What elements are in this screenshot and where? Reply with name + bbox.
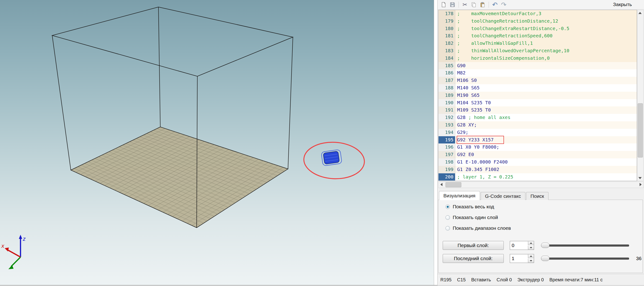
spinner-up-icon[interactable] <box>528 241 534 245</box>
status-bar: R195C15ВставитьСлой 0Экструдер 0Время пе… <box>438 274 644 285</box>
last-layer-button[interactable]: Последний слой: <box>443 254 504 263</box>
code-line-200[interactable]: 200; layer 1, Z = 0.225 <box>438 173 637 181</box>
line-number: 190 <box>438 99 455 107</box>
close-button[interactable]: Закрыть <box>612 1 633 8</box>
code-line-198[interactable]: 198G1 E-10.0000 F2400 <box>438 158 637 166</box>
code-line-188[interactable]: 188M140 S65 <box>438 84 637 92</box>
layer-slider[interactable] <box>541 254 629 263</box>
layer-value: 0 <box>512 241 514 249</box>
code-line-182[interactable]: 182; allowThinWallGapFill,1 <box>438 40 637 47</box>
first-layer-button[interactable]: Первый слой: <box>443 241 504 250</box>
slider-track[interactable] <box>541 257 629 260</box>
paste-icon[interactable] <box>479 1 486 9</box>
radio-label: Показать диапазон слоев <box>453 225 511 231</box>
scroll-up-icon[interactable] <box>637 10 643 16</box>
status-item: R195 <box>440 277 452 282</box>
radio-option-1[interactable]: Показать один слой <box>446 214 498 221</box>
editor-toolbar: ✂ ↶ ↷ Закрыть <box>438 0 644 10</box>
code-line-180[interactable]: 180; toolChangeExtraRestartDistance,-0.5 <box>438 25 637 33</box>
code-line-186[interactable]: 186M82 <box>438 69 637 77</box>
radio-option-0[interactable]: Показать весь код <box>446 203 494 210</box>
code-line-189[interactable]: 189M190 S65 <box>438 92 637 99</box>
code-line-181[interactable]: 181; toolChangeRetractionSpeed,600 <box>438 32 637 40</box>
radio-option-2[interactable]: Показать диапазон слоев <box>446 225 511 232</box>
line-number: 195 <box>438 136 455 144</box>
scroll-right-icon[interactable] <box>638 182 643 187</box>
spinner-up-icon[interactable] <box>528 254 534 258</box>
slider-thumb[interactable] <box>541 243 550 248</box>
scroll-down-icon[interactable] <box>637 175 643 181</box>
panel-tabs: ВизуализацияG-Code синтаксПоиск <box>439 191 549 200</box>
line-number: 185 <box>438 62 455 70</box>
code-line-191[interactable]: 191M109 S235 T0 <box>438 106 637 114</box>
layer-slider[interactable] <box>541 241 629 250</box>
spinner-down-icon[interactable] <box>528 259 534 263</box>
new-file-icon[interactable] <box>440 1 447 9</box>
line-number: 188 <box>438 84 455 92</box>
code-line-199[interactable]: 199G1 Z0.345 F1002 <box>438 166 637 173</box>
layer-number-input[interactable]: 1 <box>510 254 534 263</box>
axis-x-label: x <box>1 243 4 249</box>
tab-1[interactable]: G-Code синтакс <box>481 192 526 200</box>
3d-viewport[interactable]: z x <box>0 0 434 285</box>
radio-icon[interactable] <box>446 226 450 230</box>
status-item: Время печати:7 мин:11 с <box>550 277 603 282</box>
axes-widget: z x <box>1 235 26 269</box>
radio-icon[interactable] <box>446 215 450 220</box>
code-line-192[interactable]: 192G28 ; home all axes <box>438 114 637 121</box>
gcode-editor[interactable]: 178; maxMovementDetourFactor,3179; toolC… <box>438 10 637 181</box>
cut-icon[interactable]: ✂ <box>461 1 468 9</box>
layer-number-input[interactable]: 0 <box>510 241 534 250</box>
printed-object[interactable] <box>321 150 342 166</box>
app-window: z x ✂ <box>0 0 644 285</box>
horizontal-scroll-thumb[interactable] <box>446 182 461 187</box>
code-line-178[interactable]: 178; maxMovementDetourFactor,3 <box>438 10 637 18</box>
layer-value: 1 <box>512 254 514 262</box>
slider-max-label: 36 <box>636 256 644 261</box>
code-line-194[interactable]: 194G29; <box>438 129 637 136</box>
toolbar-separator <box>488 2 489 8</box>
radio-selected-icon[interactable] <box>446 205 450 209</box>
redo-icon[interactable]: ↷ <box>500 1 508 9</box>
tab-0[interactable]: Визуализация <box>439 191 480 200</box>
scroll-left-icon[interactable] <box>438 182 444 187</box>
line-number: 196 <box>438 143 455 151</box>
code-line-187[interactable]: 187M106 S0 <box>438 77 637 84</box>
line-number: 193 <box>438 121 455 129</box>
code-line-183[interactable]: 183; thinWallAllowedOverlapPercentage,10 <box>438 47 637 55</box>
copy-icon[interactable] <box>470 1 478 9</box>
code-line-190[interactable]: 190M104 S235 T0 <box>438 99 637 107</box>
slider-track[interactable] <box>541 244 629 246</box>
line-number: 179 <box>438 18 455 25</box>
line-number: 192 <box>438 114 455 121</box>
code-line-193[interactable]: 193G28 XY; <box>438 121 637 129</box>
radio-label: Показать весь код <box>453 204 494 209</box>
code-line-195[interactable]: 195G92 Y233 X157 <box>438 136 637 144</box>
line-number: 194 <box>438 129 455 136</box>
axis-z-label: z <box>22 236 26 242</box>
line-number: 182 <box>438 40 455 47</box>
line-number: 191 <box>438 106 455 114</box>
3d-scene: z x <box>0 0 434 285</box>
undo-icon[interactable]: ↶ <box>491 1 498 9</box>
code-line-184[interactable]: 184; horizontalSizeCompensation,0 <box>438 55 637 62</box>
code-line-179[interactable]: 179; toolChangeRetractionDistance,12 <box>438 18 637 25</box>
spinner-down-icon[interactable] <box>528 246 534 250</box>
tab-2[interactable]: Поиск <box>526 192 548 200</box>
code-line-196[interactable]: 196G1 X0 Y0 F8000; <box>438 143 637 151</box>
line-number: 198 <box>438 158 455 166</box>
panel-divider <box>434 0 438 285</box>
save-icon[interactable] <box>449 1 456 9</box>
layer-control-row-0: Первый слой:0 <box>443 241 629 250</box>
line-number: 183 <box>438 47 455 55</box>
vertical-scroll-thumb[interactable] <box>638 103 643 157</box>
gcode-panel: ✂ ↶ ↷ Закрыть 178; maxMovementDetourFact… <box>438 0 644 285</box>
slider-thumb[interactable] <box>541 256 550 261</box>
line-number: 181 <box>438 32 455 40</box>
code-line-185[interactable]: 185G90 <box>438 62 637 70</box>
layer-control-row-1: Последний слой:136 <box>443 254 644 263</box>
line-number: 178 <box>438 10 455 18</box>
horizontal-scrollbar[interactable] <box>438 181 644 188</box>
vertical-scrollbar[interactable] <box>637 10 644 181</box>
code-line-197[interactable]: 197G92 E0 <box>438 151 637 158</box>
